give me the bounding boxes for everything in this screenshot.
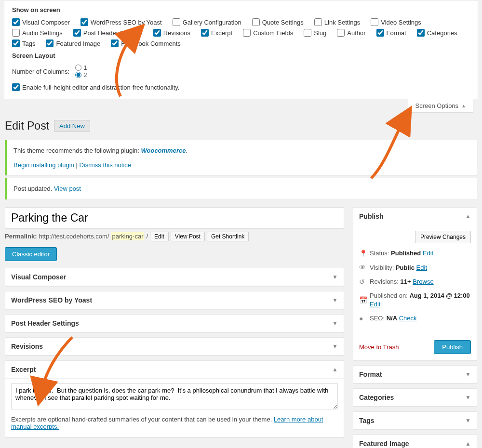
revisions-icon: ↺ — [359, 277, 367, 287]
browse-revisions-link[interactable]: Browse — [413, 278, 433, 285]
tags-title: Tags — [359, 417, 375, 424]
seo-header[interactable]: WordPress SEO by Yoast ▼ — [5, 291, 344, 309]
permalink-trail: / — [146, 233, 148, 240]
screen-option-checkbox[interactable] — [314, 18, 322, 26]
post-title-input[interactable] — [5, 207, 344, 229]
full-height-checkbox[interactable] — [12, 83, 20, 91]
screen-option-item: Quote Settings — [252, 18, 304, 26]
screen-option-checkbox[interactable] — [417, 29, 425, 37]
notice-separator: | — [74, 161, 80, 169]
visibility-row: 👁 Visibility: Public Edit — [359, 263, 471, 273]
screen-option-item: Audio Settings — [12, 29, 63, 37]
chevron-up-icon: ▲ — [465, 213, 471, 220]
categories-title: Categories — [359, 394, 394, 401]
screen-option-checkbox[interactable] — [337, 29, 345, 37]
circle-icon: ● — [359, 314, 367, 324]
edit-slug-button[interactable]: Edit — [150, 232, 169, 241]
screen-layout-row: Number of Columns: 1 2 — [12, 64, 470, 79]
publish-box: Publish ▲ Preview Changes 📍 Status: Publ… — [353, 207, 477, 361]
get-shortlink-button[interactable]: Get Shortlink — [207, 232, 249, 241]
screen-option-label: WordPress SEO by Yoast — [91, 19, 162, 26]
format-header[interactable]: Format ▼ — [353, 366, 477, 383]
screen-option-label: Author — [347, 29, 365, 37]
featured-image-header[interactable]: Featured Image ▲ — [353, 435, 477, 448]
screen-option-checkbox[interactable] — [376, 29, 384, 37]
seo-check-link[interactable]: Check — [399, 315, 417, 322]
permalink-row: Permalink: http://test.codehorts.com/par… — [5, 232, 344, 241]
add-new-button[interactable]: Add New — [54, 120, 90, 132]
status-value: Published — [391, 250, 421, 257]
publish-header[interactable]: Publish ▲ — [353, 208, 477, 225]
screen-option-checkbox[interactable] — [12, 18, 20, 26]
annotation-arrow-icon — [34, 332, 92, 400]
screen-option-item: Gallery Configuration — [173, 18, 241, 26]
screen-option-checkbox[interactable] — [46, 40, 54, 47]
screen-option-checkbox[interactable] — [73, 29, 81, 37]
columns-radio[interactable] — [75, 72, 81, 78]
screen-option-item: Slug — [304, 29, 326, 37]
screen-option-checkbox[interactable] — [80, 18, 88, 26]
screen-options-tab-label: Screen Options — [415, 102, 458, 109]
screen-option-item: Featured Image — [46, 40, 100, 47]
screen-option-checkbox[interactable] — [201, 29, 209, 37]
show-on-screen-heading: Show on screen — [12, 6, 470, 13]
screen-option-label: Format — [387, 29, 406, 37]
revisions-row: ↺ Revisions: 11+ Browse — [359, 277, 471, 287]
seo-box: WordPress SEO by Yoast ▼ — [5, 291, 344, 309]
screen-option-label: Excerpt — [211, 29, 232, 37]
view-post-link[interactable]: View post — [54, 185, 81, 192]
move-to-trash-link[interactable]: Move to Trash — [359, 343, 399, 351]
tags-box: Tags ▼ — [353, 411, 477, 430]
publish-button[interactable]: Publish — [434, 340, 471, 354]
permalink-slug[interactable]: parking-car — [111, 232, 144, 240]
preview-changes-button[interactable]: Preview Changes — [415, 231, 471, 243]
excerpt-help-text: Excerpts are optional hand-crafted summa… — [11, 416, 274, 423]
edit-status-link[interactable]: Edit — [423, 250, 433, 257]
pin-icon: 📍 — [359, 249, 367, 259]
edit-visibility-link[interactable]: Edit — [416, 264, 427, 271]
tags-header[interactable]: Tags ▼ — [353, 412, 477, 429]
chevron-up-icon: ▲ — [461, 103, 466, 108]
categories-header[interactable]: Categories ▼ — [353, 389, 477, 406]
columns-radio-label: 1 — [83, 64, 87, 71]
screen-option-label: Custom Fields — [253, 29, 293, 37]
screen-option-checkbox[interactable] — [12, 40, 20, 47]
screen-option-label: Tags — [22, 40, 35, 47]
status-row: 📍 Status: Published Edit — [359, 249, 471, 259]
screen-option-item: Video Settings — [371, 18, 421, 26]
screen-option-checkbox[interactable] — [371, 18, 378, 26]
revisions-value: 11+ — [401, 278, 411, 285]
publish-title: Publish — [359, 212, 384, 220]
dismiss-notice-link[interactable]: Dismiss this notice — [79, 161, 131, 169]
visibility-label: Visibility: — [370, 264, 396, 271]
begin-install-link[interactable]: Begin installing plugin — [13, 161, 74, 169]
chevron-down-icon: ▼ — [332, 297, 338, 303]
screen-option-label: Visual Composer — [22, 19, 70, 26]
view-post-button[interactable]: View Post — [171, 232, 205, 241]
visual-composer-title: Visual Composer — [11, 273, 66, 281]
edit-date-link[interactable]: Edit — [370, 301, 380, 308]
screen-option-label: Audio Settings — [22, 29, 63, 37]
excerpt-title: Excerpt — [11, 366, 36, 373]
chevron-down-icon: ▼ — [332, 274, 338, 280]
screen-option-label: Categories — [427, 29, 457, 37]
screen-option-item: Excerpt — [201, 29, 232, 37]
screen-option-checkbox[interactable] — [12, 29, 20, 37]
chevron-up-icon: ▲ — [332, 366, 338, 373]
eye-icon: 👁 — [359, 263, 367, 273]
seo-value: N/A — [387, 315, 397, 322]
classic-editor-button[interactable]: Classic editor — [5, 247, 57, 261]
format-title: Format — [359, 370, 382, 378]
screen-option-checkbox[interactable] — [173, 18, 180, 26]
screen-option-item: Format — [376, 29, 406, 37]
categories-box: Categories ▼ — [353, 388, 477, 407]
post-header-settings-header[interactable]: Post Header Settings ▼ — [5, 315, 344, 332]
screen-option-checkbox[interactable] — [252, 18, 260, 26]
columns-radio[interactable] — [75, 65, 81, 71]
screen-option-checkbox[interactable] — [304, 29, 311, 37]
screen-option-checkbox[interactable] — [243, 29, 251, 37]
permalink-label: Permalink: — [5, 233, 37, 240]
visual-composer-header[interactable]: Visual Composer ▼ — [5, 268, 344, 286]
screen-layout-heading: Screen Layout — [12, 52, 470, 59]
chevron-down-icon: ▼ — [465, 417, 471, 424]
